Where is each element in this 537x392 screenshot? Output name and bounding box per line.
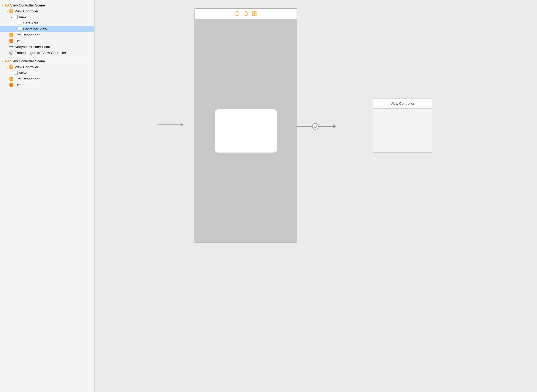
scene2-fr-icon: R [9, 77, 14, 81]
scene2-vc[interactable]: View Controller [0, 64, 94, 70]
scene1-header[interactable]: View Controller Scene [0, 2, 94, 8]
exit-item[interactable]: ← Exit [0, 38, 94, 44]
entry-arrowhead [181, 123, 184, 126]
scene2-vc-label: View Controller [15, 65, 38, 69]
outline-sidebar[interactable]: View Controller Scene View Controller Vi… [0, 0, 95, 392]
segue-arrowhead [333, 124, 337, 128]
phone-topbar [195, 9, 297, 19]
scene2-view-icon [14, 71, 18, 75]
first-responder-icon: R [9, 33, 14, 37]
svg-text:R: R [10, 77, 12, 80]
svg-text:R: R [10, 33, 12, 36]
svg-point-4 [11, 10, 12, 11]
main-vc-frame[interactable] [194, 8, 297, 243]
phone-content-area [195, 19, 297, 242]
exit-label: Exit [15, 39, 21, 43]
svg-rect-23 [253, 11, 254, 13]
scene2-view-label: View [19, 71, 26, 75]
container-view-icon [18, 27, 22, 31]
svg-rect-26 [255, 14, 257, 16]
container-view-rect [215, 109, 277, 153]
scene2-fr-label: First Responder [15, 77, 39, 81]
safe-area-label: Safe Area [23, 21, 39, 25]
scene1-vc-label: View Controller [15, 9, 38, 13]
scene-icon [5, 3, 9, 7]
embedded-vc-label: View Controller [391, 102, 414, 106]
scene1-label: View Controller Scene [10, 3, 45, 7]
svg-marker-10 [12, 46, 14, 48]
topbar-shield-icon [244, 11, 248, 17]
container-view-item[interactable]: Container View [0, 26, 94, 32]
segue-circle-icon [312, 123, 318, 130]
embedded-vc-title: View Controller [373, 99, 432, 108]
svg-rect-25 [253, 14, 254, 16]
divider1 [0, 57, 94, 57]
svg-point-22 [235, 11, 239, 16]
vc-icon [9, 9, 14, 13]
scene2-vc-chevron[interactable] [5, 65, 9, 69]
container-view-label: Container View [23, 27, 47, 31]
scene2-first-responder[interactable]: R First Responder [0, 76, 94, 82]
scene2-vc-icon [9, 65, 14, 69]
exit-icon: ← [9, 39, 14, 43]
safe-area-icon [18, 21, 22, 25]
segue-circle-inner [314, 125, 317, 128]
scene2-view[interactable]: View [0, 70, 94, 76]
embed-segue-item[interactable]: Embed segue to "View Controller" [0, 50, 94, 56]
safe-area-item[interactable]: Safe Area [0, 20, 94, 26]
svg-rect-14 [6, 60, 8, 61]
storyboard-entry-arrow [157, 123, 184, 126]
scene1-chevron[interactable] [1, 4, 4, 7]
segue-line-left [297, 126, 312, 127]
svg-text:←: ← [10, 40, 13, 42]
scene2-exit[interactable]: ← Exit [0, 82, 94, 88]
scene2-label: View Controller Scene [10, 59, 45, 63]
storyboard-canvas: View Controller [95, 0, 537, 392]
storyboard-entry-item[interactable]: Storyboard Entry Point [0, 44, 94, 50]
svg-rect-24 [255, 11, 257, 13]
svg-rect-12 [11, 52, 12, 53]
topbar-circle-icon [234, 11, 239, 17]
scene1-view-label: View [19, 15, 26, 19]
svg-rect-15 [6, 61, 8, 62]
embed-segue-icon [9, 50, 14, 55]
first-responder-item[interactable]: R First Responder [0, 32, 94, 38]
topbar-grid-icon [252, 11, 257, 17]
scene2-exit-icon: ← [9, 83, 14, 87]
embed-segue-label: Embed segue to "View Controller" [15, 51, 67, 55]
scene2-exit-label: Exit [15, 83, 21, 87]
storyboard-entry-label: Storyboard Entry Point [15, 45, 50, 49]
scene1-view-chevron[interactable] [10, 15, 13, 19]
embedded-vc-body [373, 108, 432, 153]
scene1-vc[interactable]: View Controller [0, 8, 94, 14]
svg-rect-1 [6, 4, 8, 5]
svg-rect-2 [6, 5, 8, 6]
scene2-chevron[interactable] [1, 59, 4, 63]
embedded-vc-frame[interactable]: View Controller [373, 99, 432, 153]
view-icon [14, 15, 18, 19]
svg-text:←: ← [10, 84, 13, 86]
segue-line-right [318, 126, 333, 127]
scene2-header[interactable]: View Controller Scene [0, 58, 94, 64]
svg-point-11 [9, 51, 13, 55]
scene1-view[interactable]: View [0, 14, 94, 20]
embed-segue-connector [297, 123, 337, 130]
scene2-icon [5, 59, 9, 63]
storyboard-entry-arrow-icon [9, 45, 14, 49]
svg-point-17 [11, 66, 12, 67]
entry-arrow-line [157, 124, 181, 125]
first-responder-label: First Responder [15, 33, 39, 37]
scene1-vc-chevron[interactable] [5, 9, 9, 13]
